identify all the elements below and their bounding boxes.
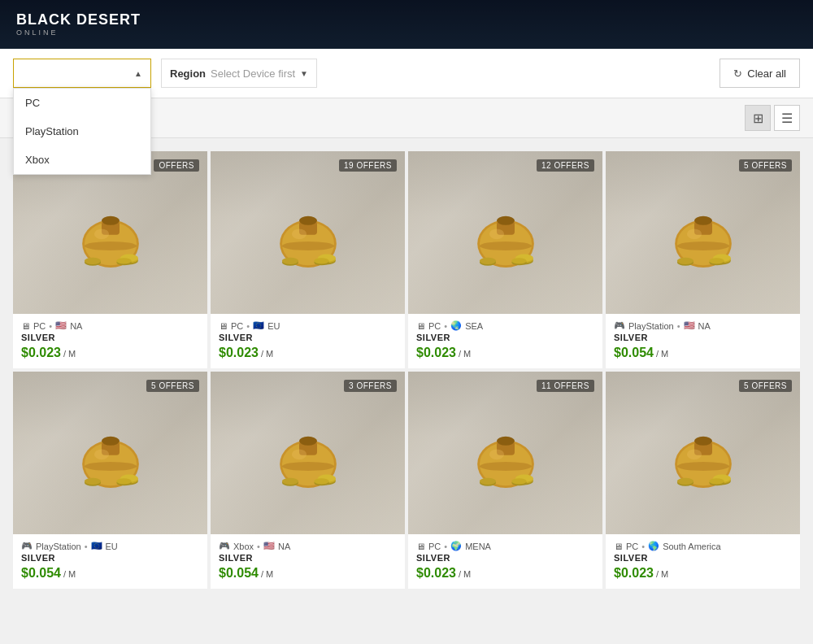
svg-point-49	[709, 258, 724, 263]
platform-icon: 🖥	[21, 321, 30, 331]
svg-point-18	[291, 228, 306, 239]
region-name: NA	[698, 321, 711, 331]
region-name: NA	[70, 321, 82, 331]
separator: •	[677, 321, 680, 331]
platform-icon: 🎮	[219, 541, 230, 551]
device-dropdown-button[interactable]: ▲	[13, 59, 151, 88]
card-item[interactable]: 5 OFFERS 🎮 PlayStation • 🇺🇸 NA SILVER $0…	[606, 151, 800, 368]
card-item[interactable]: 12 OFFERS 🖥 PC • 🌏 SEA SILVER $0.023 / M	[408, 151, 602, 368]
region-name: EU	[106, 542, 118, 551]
cards-grid: OFFERS 🖥 PC • 🇺🇸 NA SILVER $0.023 / M	[13, 151, 800, 589]
card-image-area: 3 OFFERS	[211, 372, 405, 534]
card-image-area: 11 OFFERS	[408, 372, 602, 534]
region-label: Region	[170, 67, 206, 80]
card-info: 🎮 PlayStation • 🇪🇺 EU SILVER $0.054 / M	[13, 534, 207, 589]
offers-badge: 12 OFFERS	[537, 159, 594, 172]
offers-badge: 5 OFFERS	[739, 159, 792, 172]
svg-point-69	[281, 462, 333, 471]
card-item[interactable]: 5 OFFERS 🎮 PlayStation • 🇪🇺 EU SILVER $0…	[13, 372, 207, 589]
card-price: $0.023 / M	[219, 346, 397, 360]
card-info: 🖥 PC • 🇪🇺 EU SILVER $0.023 / M	[211, 314, 405, 368]
card-price-unit: / M	[259, 569, 273, 579]
bag-image	[461, 188, 550, 277]
bag-image	[263, 408, 353, 498]
card-image-area: 5 OFFERS	[13, 372, 207, 534]
card-price-unit: / M	[61, 569, 76, 579]
platform-icon: 🎮	[614, 320, 625, 331]
platform-icon: 🖥	[416, 321, 425, 331]
bag-image	[659, 408, 748, 498]
platform-name: PC	[428, 542, 441, 551]
card-item[interactable]: 3 OFFERS 🎮 Xbox • 🇺🇸 NA SILVER $0.054 / …	[211, 372, 405, 589]
card-type: SILVER	[614, 553, 792, 563]
card-price: $0.023 / M	[21, 346, 199, 360]
card-price-unit: / M	[654, 569, 668, 579]
card-item[interactable]: 19 OFFERS 🖥 PC • 🇪🇺 EU SILVER $0.023 / M	[211, 151, 405, 368]
offers-badge: 5 OFFERS	[146, 380, 199, 392]
platform-icon: 🖥	[416, 542, 425, 551]
card-item[interactable]: 5 OFFERS 🖥 PC • 🌎 South America SILVER $…	[606, 372, 800, 589]
svg-point-68	[299, 437, 317, 446]
card-image-area: OFFERS	[13, 151, 207, 314]
card-type: SILVER	[614, 333, 792, 342]
svg-point-4	[84, 242, 136, 250]
toolbar: ▲ PC PlayStation Xbox Region Select Devi…	[0, 49, 813, 98]
device-dropdown[interactable]: ▲ PC PlayStation Xbox	[13, 59, 151, 88]
list-view-button[interactable]: ☰	[774, 105, 800, 131]
region-flag: 🌎	[648, 541, 659, 551]
separator: •	[444, 542, 447, 551]
main-content: OFFERS 🖥 PC • 🇺🇸 NA SILVER $0.023 / M	[0, 138, 813, 602]
svg-point-10	[116, 258, 131, 263]
svg-point-31	[489, 228, 503, 239]
svg-point-43	[676, 242, 728, 250]
svg-point-83	[489, 449, 503, 459]
logo-title: BLACK DESERT	[16, 12, 141, 28]
region-name: MENA	[465, 542, 491, 551]
region-flag: 🇺🇸	[263, 541, 275, 551]
separator: •	[257, 542, 260, 551]
grid-view-button[interactable]: ⊞	[745, 105, 771, 131]
region-flag: 🌍	[450, 541, 462, 551]
card-price: $0.023 / M	[614, 566, 792, 581]
region-flag: 🇪🇺	[253, 320, 264, 331]
chevron-up-icon: ▲	[134, 69, 142, 78]
svg-point-36	[511, 258, 526, 263]
card-type: SILVER	[416, 553, 594, 563]
card-image-area: 5 OFFERS	[606, 372, 800, 534]
card-type: SILVER	[21, 553, 199, 563]
svg-point-64	[84, 478, 100, 485]
card-item[interactable]: OFFERS 🖥 PC • 🇺🇸 NA SILVER $0.023 / M	[13, 151, 207, 368]
separator: •	[85, 542, 88, 551]
card-image-area: 5 OFFERS	[606, 151, 800, 314]
dropdown-item-pc[interactable]: PC	[14, 89, 150, 117]
region-flag: 🇺🇸	[55, 320, 67, 331]
platform-name: Xbox	[233, 542, 254, 551]
svg-point-23	[314, 258, 328, 263]
svg-point-30	[479, 242, 531, 250]
card-price-unit: / M	[456, 349, 471, 359]
region-select[interactable]: Region Select Device first ▼	[161, 59, 317, 88]
card-price: $0.023 / M	[416, 566, 594, 581]
card-platform: 🖥 PC • 🇺🇸 NA	[21, 320, 199, 331]
logo-subtitle: ONLINE	[16, 28, 59, 37]
clear-all-button[interactable]: ↻ Clear all	[720, 59, 800, 88]
svg-point-5	[93, 228, 108, 239]
svg-point-96	[686, 449, 701, 459]
bag-image	[263, 188, 353, 277]
svg-point-77	[281, 478, 298, 485]
svg-point-56	[84, 462, 136, 471]
region-flag: 🌏	[450, 320, 462, 331]
dropdown-item-xbox[interactable]: Xbox	[14, 146, 150, 174]
card-platform: 🖥 PC • 🌍 MENA	[416, 541, 594, 551]
region-name: NA	[278, 542, 290, 551]
card-platform: 🎮 PlayStation • 🇺🇸 NA	[614, 320, 792, 331]
card-item[interactable]: 11 OFFERS 🖥 PC • 🌍 MENA SILVER $0.023 / …	[408, 372, 602, 589]
region-placeholder: Select Device first	[211, 67, 295, 80]
device-dropdown-menu: PC PlayStation Xbox	[13, 88, 151, 175]
dropdown-item-playstation[interactable]: PlayStation	[14, 117, 150, 146]
svg-point-75	[314, 478, 328, 484]
card-platform: 🖥 PC • 🌎 South America	[614, 541, 792, 551]
platform-icon: 🎮	[21, 541, 33, 551]
clear-all-label: Clear all	[747, 67, 786, 80]
card-info: 🎮 PlayStation • 🇺🇸 NA SILVER $0.054 / M	[606, 314, 800, 368]
